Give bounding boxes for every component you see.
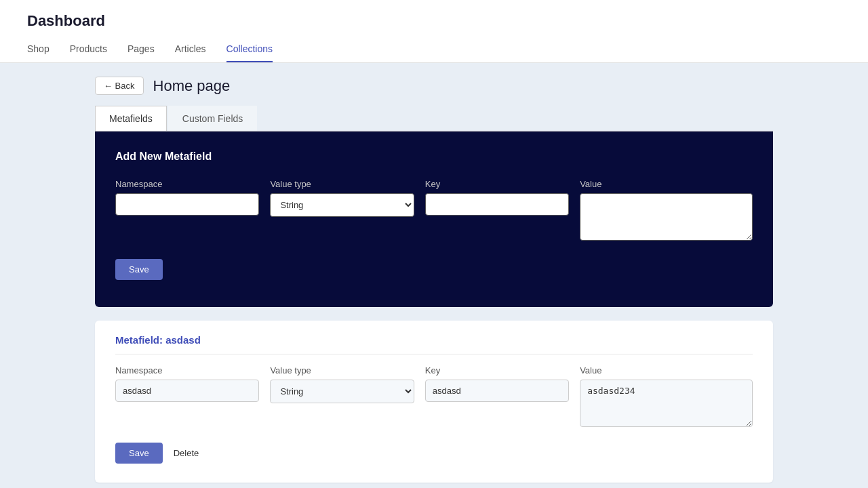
key-field-group: Key <box>425 179 569 243</box>
card-value-type-select[interactable]: String Integer JSON string Boolean <box>270 380 414 403</box>
value-type-select[interactable]: String Integer JSON string Boolean <box>270 193 414 217</box>
card-key-label: Key <box>425 365 569 375</box>
card-delete-button[interactable]: Delete <box>171 443 202 464</box>
key-label: Key <box>425 179 569 189</box>
key-input[interactable] <box>425 193 569 216</box>
main-nav: Shop Products Pages Articles Collections <box>27 37 841 62</box>
metafield-card-0: Metafield: asdasd Namespace Value type S… <box>95 321 773 483</box>
card-value-textarea[interactable]: asdasd234 <box>580 380 753 427</box>
card-namespace-input[interactable] <box>115 380 259 402</box>
card-value-label: Value <box>580 365 753 375</box>
page-content: ← Back Home page Metafields Custom Field… <box>0 63 868 488</box>
namespace-input[interactable] <box>115 193 259 216</box>
nav-pages[interactable]: Pages <box>127 37 155 62</box>
tab-custom-fields[interactable]: Custom Fields <box>168 106 257 131</box>
card-key-field-group: Key <box>425 365 569 429</box>
add-metafield-section: Add New Metafield Namespace Value type S… <box>95 131 773 307</box>
page-title: Home page <box>153 77 231 95</box>
value-label: Value <box>580 179 753 189</box>
nav-articles[interactable]: Articles <box>175 37 206 62</box>
nav-collections[interactable]: Collections <box>226 37 273 62</box>
namespace-label: Namespace <box>115 179 259 189</box>
card-value-field-group: Value asdasd234 <box>580 365 753 429</box>
page-header: ← Back Home page <box>95 77 773 95</box>
value-type-label: Value type <box>270 179 414 189</box>
metafield-card-label: Metafield: asdasd <box>115 334 753 354</box>
card-key-input[interactable] <box>425 380 569 402</box>
back-button[interactable]: ← Back <box>95 77 144 95</box>
nav-products[interactable]: Products <box>70 37 107 62</box>
card-value-type-field-group: Value type String Integer JSON string Bo… <box>270 365 414 429</box>
card-actions: Save Delete <box>115 443 753 464</box>
add-metafield-save-button[interactable]: Save <box>115 259 163 280</box>
card-namespace-label: Namespace <box>115 365 259 375</box>
card-value-type-label: Value type <box>270 365 414 375</box>
tab-metafields[interactable]: Metafields <box>95 106 167 131</box>
tab-bar: Metafields Custom Fields <box>95 106 773 131</box>
value-textarea[interactable] <box>580 193 753 241</box>
dashboard-title: Dashboard <box>27 0 841 37</box>
card-save-button[interactable]: Save <box>115 443 163 464</box>
card-namespace-field-group: Namespace <box>115 365 259 429</box>
value-field-group: Value <box>580 179 753 243</box>
metafield-card-fields: Namespace Value type String Integer JSON… <box>115 365 753 429</box>
add-metafield-fields: Namespace Value type String Integer JSON… <box>115 179 753 243</box>
namespace-field-group: Namespace <box>115 179 259 243</box>
value-type-field-group: Value type String Integer JSON string Bo… <box>270 179 414 243</box>
nav-shop[interactable]: Shop <box>27 37 50 62</box>
add-metafield-title: Add New Metafield <box>115 150 753 163</box>
header: Dashboard Shop Products Pages Articles C… <box>0 0 868 63</box>
